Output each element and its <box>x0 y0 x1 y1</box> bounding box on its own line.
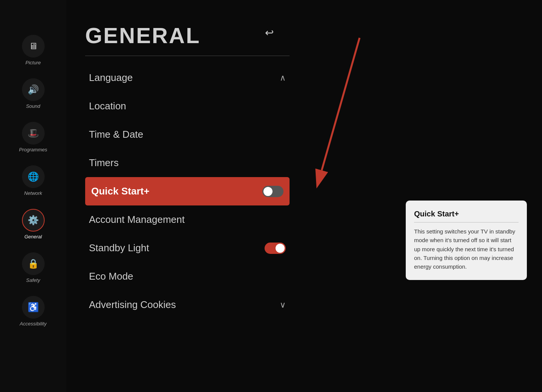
standby-light-label: Standby Light <box>89 242 149 254</box>
sidebar-item-network[interactable]: 🌐 Network <box>9 161 58 201</box>
back-button[interactable]: ↩ <box>265 26 274 39</box>
sidebar-label-programmes: Programmes <box>19 147 47 152</box>
main-content: GENERAL Language ∧ Location Time & Date … <box>66 0 308 392</box>
advertising-cookies-label: Advertising Cookies <box>89 299 176 311</box>
menu-item-language[interactable]: Language ∧ <box>85 64 290 92</box>
title-divider <box>85 56 290 56</box>
svg-line-1 <box>322 38 360 170</box>
advertising-cookies-chevron: ∨ <box>280 300 286 310</box>
eco-mode-label: Eco Mode <box>89 271 133 282</box>
quick-start-toggle-knob <box>263 187 273 196</box>
menu-item-account-management[interactable]: Account Management <box>85 205 290 234</box>
picture-icon: 🖥 <box>22 35 45 58</box>
sidebar-label-safety: Safety <box>26 277 40 283</box>
sidebar-item-picture[interactable]: 🖥 Picture <box>9 30 58 70</box>
time-date-label: Time & Date <box>89 129 143 140</box>
sidebar-label-accessibility: Accessibility <box>20 321 47 327</box>
programmes-icon: 🎩 <box>22 122 45 145</box>
sidebar: 🖥 Picture 🔊 Sound 🎩 Programmes 🌐 Network… <box>0 0 66 392</box>
sidebar-item-programmes[interactable]: 🎩 Programmes <box>9 117 58 157</box>
sidebar-label-network: Network <box>24 190 42 196</box>
sidebar-label-picture: Picture <box>25 60 40 65</box>
timers-label: Timers <box>89 157 118 169</box>
language-label: Language <box>89 72 133 84</box>
sidebar-item-accessibility[interactable]: ♿ Accessibility <box>9 291 58 331</box>
standby-light-toggle[interactable] <box>265 243 286 254</box>
tooltip-box: Quick Start+ This setting switches your … <box>406 201 527 280</box>
page-title: GENERAL <box>85 23 290 48</box>
sidebar-label-general: General <box>24 234 42 240</box>
sidebar-item-safety[interactable]: 🔒 Safety <box>9 248 58 288</box>
menu-item-eco-mode[interactable]: Eco Mode <box>85 262 290 291</box>
sidebar-item-sound[interactable]: 🔊 Sound <box>9 74 58 114</box>
location-label: Location <box>89 100 126 112</box>
account-management-label: Account Management <box>89 214 185 226</box>
menu-item-timers[interactable]: Timers <box>85 149 290 177</box>
tooltip-divider <box>414 222 519 222</box>
menu-item-time-date[interactable]: Time & Date <box>85 120 290 149</box>
network-icon: 🌐 <box>22 165 45 188</box>
menu-item-standby-light[interactable]: Standby Light <box>85 234 290 262</box>
tooltip-text: This setting switches your TV in standby… <box>414 227 519 271</box>
safety-icon: 🔒 <box>22 252 45 275</box>
tooltip-title: Quick Start+ <box>414 210 519 218</box>
menu-item-quick-start[interactable]: Quick Start+ <box>85 177 290 205</box>
quick-start-label: Quick Start+ <box>91 185 150 197</box>
language-chevron: ∧ <box>280 73 286 83</box>
menu-item-location[interactable]: Location <box>85 92 290 120</box>
general-icon: ⚙️ <box>22 209 45 232</box>
accessibility-icon: ♿ <box>22 296 45 319</box>
sidebar-label-sound: Sound <box>26 103 40 109</box>
standby-light-toggle-knob <box>276 244 285 253</box>
sidebar-item-general[interactable]: ⚙️ General <box>9 204 58 244</box>
sound-icon: 🔊 <box>22 78 45 101</box>
quick-start-toggle[interactable] <box>262 186 283 197</box>
menu-item-advertising-cookies[interactable]: Advertising Cookies ∨ <box>85 291 290 319</box>
